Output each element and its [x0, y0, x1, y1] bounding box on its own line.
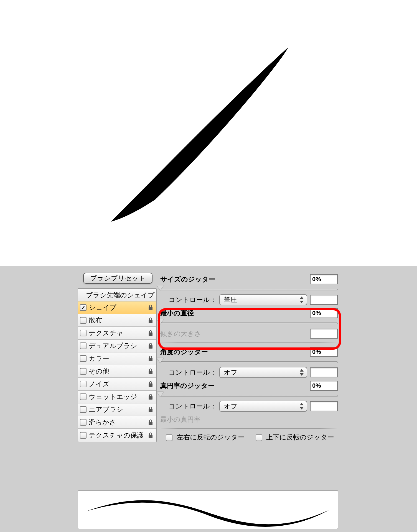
brush-preview [78, 490, 338, 529]
sidebar-item-color[interactable]: カラー [78, 352, 156, 365]
size-jitter-title: サイズのジッター 0% [160, 274, 338, 284]
control-label: コントロール： [169, 295, 217, 304]
lock-icon[interactable] [147, 329, 154, 337]
sidebar-item-label: 滑らかさ [89, 418, 156, 427]
flip-x-checkbox[interactable]: 左右に反転のジッター [166, 433, 245, 442]
lock-icon[interactable] [147, 380, 154, 388]
roundness-jitter-value[interactable]: 0% [310, 381, 338, 391]
checkbox-icon[interactable] [80, 406, 87, 413]
lock-icon[interactable] [147, 418, 154, 426]
sidebar-item-label: ノイズ [89, 380, 156, 388]
checkbox-label: 左右に反転のジッター [177, 433, 245, 441]
flip-y-checkbox[interactable]: 上下に反転のジッター [256, 433, 334, 442]
sidebar-item-airbrush[interactable]: エアブラシ [78, 403, 156, 416]
lock-icon[interactable] [147, 316, 154, 324]
control-label: コントロール： [169, 368, 217, 377]
roundness-jitter-title: 真円率のジッター 0% [160, 381, 338, 391]
param-label: 最小の直径 [160, 309, 194, 318]
sidebar-item-label: シェイプ [89, 303, 156, 312]
param-label: 真円率のジッター [160, 381, 215, 390]
sidebar-item-protect-texture[interactable]: テクスチャの保護 [78, 429, 156, 442]
sidebar-item-other[interactable]: その他 [78, 365, 156, 378]
size-jitter-slider[interactable] [160, 285, 338, 292]
chevron-updown-icon [299, 369, 304, 376]
divider [160, 428, 338, 429]
checkbox-icon[interactable] [80, 304, 87, 311]
tilt-scale-value[interactable] [310, 329, 338, 339]
angle-jitter-slider[interactable] [160, 358, 338, 365]
sidebar-item-label: その他 [89, 367, 156, 376]
roundness-jitter-slider[interactable] [160, 392, 338, 398]
dropdown-value: 筆圧 [224, 295, 237, 304]
sidebar-item-label: カラー [89, 354, 156, 363]
angle-jitter-title: 角度のジッター 0% [160, 347, 338, 357]
checkbox-icon[interactable] [80, 368, 87, 375]
checkbox-icon[interactable] [80, 355, 87, 362]
checkbox-label: 上下に反転のジッター [266, 433, 334, 441]
dropdown-value: オフ [224, 402, 238, 411]
lock-icon[interactable] [147, 304, 154, 311]
chevron-updown-icon [299, 296, 304, 304]
checkbox-icon[interactable] [80, 342, 87, 349]
param-label: 傾きの大きさ [160, 329, 201, 338]
dropdown-value: オフ [224, 368, 238, 377]
sidebar-item-smoothing[interactable]: 滑らかさ [78, 416, 156, 429]
checkbox-icon [256, 434, 262, 441]
min-diameter-title: 最小の直径 0% [160, 308, 338, 318]
min-diameter-slider[interactable] [160, 319, 338, 326]
lock-icon[interactable] [147, 393, 154, 401]
param-label: 角度のジッター [160, 347, 208, 356]
sidebar-item-label: ウェットエッジ [89, 392, 156, 401]
sidebar-item-label: テクスチャ [89, 329, 156, 337]
tilt-scale-title: 傾きの大きさ [160, 329, 338, 339]
angle-jitter-control-dropdown[interactable]: オフ [219, 367, 307, 378]
checkbox-icon[interactable] [80, 419, 87, 426]
sidebar-item-shape[interactable]: シェイプ [78, 301, 156, 314]
lock-icon[interactable] [147, 406, 154, 413]
lock-icon[interactable] [147, 342, 154, 350]
param-label: 最小の真円率 [160, 415, 200, 424]
sidebar-item-scatter[interactable]: 散布 [78, 314, 156, 327]
sidebar-item-label: エアブラシ [89, 405, 156, 414]
sidebar-item-label: テクスチャの保護 [89, 431, 156, 440]
stroke-canvas [0, 0, 417, 266]
control-label: コントロール： [169, 402, 217, 411]
angle-jitter-value[interactable]: 0% [310, 347, 338, 357]
roundness-jitter-control-dropdown[interactable]: オフ [219, 401, 307, 412]
lock-icon[interactable] [147, 367, 154, 375]
size-jitter-value[interactable]: 0% [310, 274, 338, 284]
checkbox-icon[interactable] [80, 381, 87, 387]
sidebar-item-label: デュアルブラシ [89, 341, 156, 350]
checkbox-icon[interactable] [80, 317, 87, 324]
size-jitter-control-dropdown[interactable]: 筆圧 [219, 294, 307, 305]
brush-options-sidebar: ブラシ先端のシェイプ シェイプ 散布 テクスチャ デュアルブラシ カラー [78, 288, 157, 442]
divider [160, 342, 338, 343]
roundness-jitter-control-aux[interactable] [310, 401, 338, 411]
lock-icon[interactable] [147, 431, 154, 439]
checkbox-icon[interactable] [80, 330, 87, 336]
sidebar-item-noise[interactable]: ノイズ [78, 378, 156, 391]
param-label: サイズのジッター [160, 275, 215, 284]
shape-dynamics-params: サイズのジッター 0% コントロール： 筆圧 最小の直径 0% [160, 272, 338, 442]
brush-settings-panel: ブラシプリセット ブラシ先端のシェイプ シェイプ 散布 テクスチャ デュアルブラ… [0, 266, 417, 532]
min-diameter-value[interactable]: 0% [310, 308, 338, 318]
sidebar-header: ブラシ先端のシェイプ [78, 289, 156, 301]
sidebar-item-label: 散布 [89, 316, 156, 325]
sidebar-item-texture[interactable]: テクスチャ [78, 327, 156, 340]
checkbox-icon[interactable] [80, 432, 87, 439]
chevron-updown-icon [299, 402, 304, 410]
sidebar-item-wet-edge[interactable]: ウェットエッジ [78, 391, 156, 403]
checkbox-icon[interactable] [80, 393, 87, 400]
flip-jitter-row: 左右に反転のジッター 上下に反転のジッター [166, 433, 338, 442]
sidebar-item-dual-brush[interactable]: デュアルブラシ [78, 340, 156, 352]
brush-preset-button[interactable]: ブラシプリセット [83, 273, 152, 284]
min-roundness-title: 最小の真円率 [160, 415, 338, 424]
angle-jitter-control-aux[interactable] [310, 367, 338, 377]
lock-icon[interactable] [147, 355, 154, 362]
size-jitter-control-aux[interactable] [310, 295, 338, 305]
checkbox-icon [166, 434, 172, 441]
